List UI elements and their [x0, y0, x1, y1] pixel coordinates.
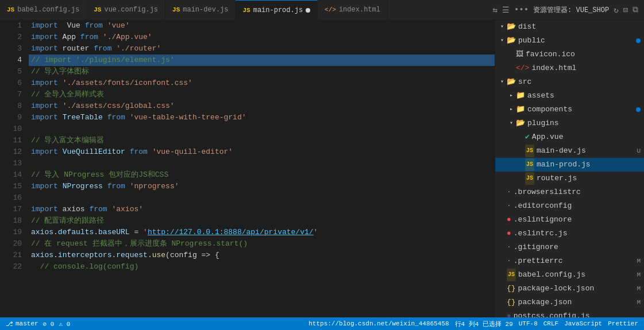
code-line[interactable]: 8import './assets/css/global.css': [0, 100, 495, 112]
line-number: 6: [0, 77, 29, 89]
tree-item-label: .browserslistrc: [514, 186, 644, 199]
code-line[interactable]: 21axios.interceptors.request.use(config …: [0, 250, 495, 261]
tree-item[interactable]: ·.gitignore: [495, 240, 644, 254]
tree-item-label: babel.config.js: [518, 269, 637, 281]
modified-badge: M: [637, 269, 644, 281]
modified-badge: M: [637, 296, 644, 309]
modified-dot: [636, 107, 641, 112]
json-icon: {}: [507, 282, 516, 295]
code-line[interactable]: 1import Vue from 'vue': [0, 20, 495, 32]
tab-label: main-prod.js: [253, 6, 303, 14]
tree-item[interactable]: ·.browserslistrc: [495, 185, 644, 199]
code-line[interactable]: 12import VueQuillEditor from 'vue-quill-…: [0, 146, 495, 158]
split-icon[interactable]: ⇆: [492, 5, 497, 15]
line-content: import Vue from 'vue': [29, 20, 495, 32]
tree-item[interactable]: ●postcss.config.js: [495, 309, 644, 317]
line-content: // 导入字体图标: [29, 66, 495, 77]
line-content: axios.interceptors.request.use(config =>…: [29, 250, 495, 261]
line-content: import App from './App.vue': [29, 32, 495, 43]
code-line[interactable]: 10: [0, 123, 495, 135]
tree-item[interactable]: ▸📁components: [495, 103, 644, 117]
js-icon: JS: [242, 7, 250, 14]
tree-item[interactable]: ▾📂plugins: [495, 117, 644, 130]
tree-item[interactable]: ▾📂dist: [495, 20, 644, 34]
sidebar-tree[interactable]: ▾📂dist▾📂public 🖼favicon.ico </>index.htm…: [495, 20, 644, 317]
copy-icon[interactable]: ⧉: [633, 5, 638, 14]
tree-item[interactable]: ✔App.vue: [495, 130, 644, 144]
editor-scroll[interactable]: 1import Vue from 'vue'2import App from '…: [0, 20, 495, 317]
code-line[interactable]: 4// import './plugins/element.js': [0, 55, 495, 66]
tree-item[interactable]: ●.eslintrc.js: [495, 227, 644, 240]
tab-vue-config[interactable]: JS vue.config.js: [87, 0, 165, 20]
line-number: 11: [0, 135, 29, 146]
tree-item[interactable]: {}package-lock.jsonM: [495, 282, 644, 296]
tree-item[interactable]: ▾📂public: [495, 34, 644, 48]
tree-item[interactable]: {}package.jsonM: [495, 296, 644, 309]
tree-item[interactable]: ▸📁assets: [495, 89, 644, 103]
line-content: import NProgress from 'nprogress': [29, 181, 495, 192]
status-bar: ⎇ master ⊘ 0 ⚠ 0 https://blog.csdn.net/w…: [0, 317, 644, 330]
folder-icon: 📁: [516, 90, 525, 102]
code-line[interactable]: 2import App from './App.vue': [0, 32, 495, 43]
git-branch[interactable]: ⎇ master: [6, 320, 38, 328]
collapse-icon[interactable]: ⊟: [623, 5, 628, 15]
tree-item[interactable]: ·.prettierrcM: [495, 254, 644, 268]
tree-item-label: .editorconfig: [514, 200, 644, 212]
tree-item[interactable]: ●.eslintignore: [495, 213, 644, 227]
tab-main-dev[interactable]: JS main-dev.js: [165, 0, 236, 20]
more-icon[interactable]: •••: [514, 5, 529, 14]
tree-item[interactable]: 🖼favicon.ico: [495, 48, 644, 61]
tree-item[interactable]: JSmain-prod.js: [495, 158, 644, 172]
code-line[interactable]: 5// 导入字体图标: [0, 66, 495, 77]
tab-index-html[interactable]: </> index.html: [318, 0, 388, 20]
tree-item[interactable]: </>index.html: [495, 61, 644, 75]
main-content: 1import Vue from 'vue'2import App from '…: [0, 20, 644, 317]
code-line[interactable]: 17import axios from 'axios': [0, 204, 495, 215]
tree-item-label: package-lock.json: [518, 282, 637, 295]
code-line[interactable]: 14// 导入 NProgress 包对应的JS和CSS: [0, 169, 495, 181]
tree-item-label: favicon.ico: [526, 48, 644, 61]
folder-arrow-icon: ▸: [507, 103, 516, 116]
line-number: 17: [0, 204, 29, 215]
code-line[interactable]: 18// 配置请求的跟路径: [0, 215, 495, 227]
tree-item-label: src: [518, 76, 644, 88]
code-line[interactable]: 11// 导入富文本编辑器: [0, 135, 495, 146]
modified-badge: M: [637, 282, 644, 295]
code-line[interactable]: 7// 全导入全局样式表: [0, 89, 495, 100]
tree-item[interactable]: ▾📂src: [495, 75, 644, 89]
dotfile-red-icon: ●: [507, 213, 511, 226]
tree-item-label: public: [518, 34, 636, 47]
js-icon: JS: [525, 145, 534, 157]
line-number: 13: [0, 158, 29, 169]
folder-open-icon: 📂: [516, 117, 525, 130]
tree-item-label: .gitignore: [514, 241, 644, 254]
line-content: // import './plugins/element.js': [29, 55, 495, 66]
code-line[interactable]: 22 // console.log(config): [0, 261, 495, 273]
modified-dot: [636, 38, 641, 43]
js-icon: JS: [507, 269, 516, 281]
tree-item[interactable]: ·.editorconfig: [495, 199, 644, 213]
code-line[interactable]: 6import './assets/fonts/iconfont.css': [0, 77, 495, 89]
tree-item[interactable]: JSrouter.js: [495, 172, 644, 185]
code-line[interactable]: 20// 在 request 拦截器中，展示进度条 NProgress.star…: [0, 238, 495, 250]
status-formatter: Prettier: [608, 320, 638, 327]
code-line[interactable]: 15import NProgress from 'nprogress': [0, 181, 495, 192]
tree-item-label: .eslintignore: [514, 213, 644, 226]
line-number: 10: [0, 123, 29, 135]
code-line[interactable]: 16: [0, 192, 495, 204]
folder-arrow-icon: ▾: [498, 21, 507, 33]
layout-icon[interactable]: ☰: [502, 5, 510, 15]
code-line[interactable]: 9import TreeTable from 'vue-table-with-t…: [0, 112, 495, 123]
folder-arrow-icon: ▸: [507, 90, 516, 102]
tab-babel[interactable]: JS babel.config.js: [0, 0, 87, 20]
code-line[interactable]: 19axios.defaults.baseURL = 'http://127.0…: [0, 227, 495, 238]
tree-item[interactable]: JSmain-dev.jsU: [495, 144, 644, 158]
code-line[interactable]: 3import router from './router': [0, 43, 495, 55]
tab-main-prod[interactable]: JS main-prod.js: [236, 0, 318, 20]
line-number: 14: [0, 169, 29, 181]
code-line[interactable]: 13: [0, 158, 495, 169]
explorer-label: 资源管理器: VUE_SHOP: [533, 5, 609, 15]
refresh-icon[interactable]: ↻: [614, 5, 618, 15]
dotfile-icon: ·: [507, 241, 511, 254]
tree-item[interactable]: JSbabel.config.jsM: [495, 268, 644, 282]
